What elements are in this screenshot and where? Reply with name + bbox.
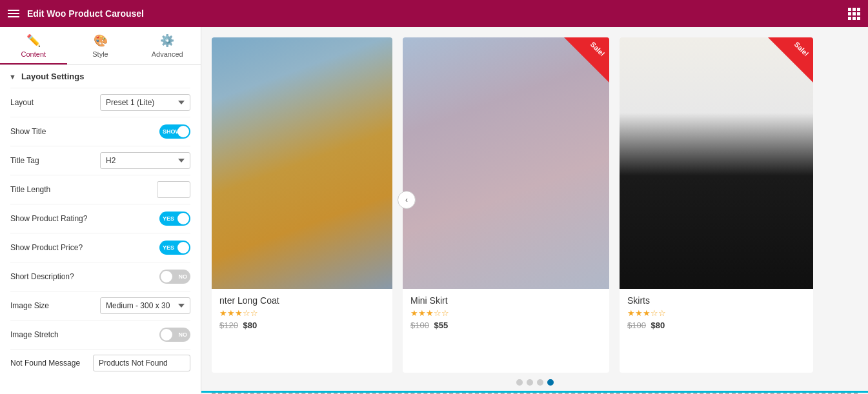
product-new-price-3: $80 bbox=[651, 320, 665, 330]
main-area: ✏️ Content 🎨 Style ⚙️ Advanced ▼ Layout … bbox=[0, 27, 868, 394]
not-found-row: Not Found Message bbox=[0, 350, 201, 377]
product-price-2: $100 $55 bbox=[410, 320, 601, 330]
dot-1[interactable] bbox=[516, 379, 523, 386]
show-rating-label: Show Product Rating? bbox=[10, 214, 154, 223]
title-length-row: Title Length bbox=[0, 175, 201, 204]
image-size-row: Image Size Medium - 300 x 30 bbox=[0, 291, 201, 320]
gear-icon: ⚙️ bbox=[160, 34, 174, 48]
show-price-label: Show Product Price? bbox=[10, 243, 154, 252]
show-price-toggle[interactable]: YES bbox=[159, 241, 190, 255]
image-size-label: Image Size bbox=[10, 301, 95, 310]
show-title-toggle-label: SHOW bbox=[163, 128, 181, 135]
dot-2[interactable] bbox=[527, 379, 533, 386]
show-title-toggle[interactable]: SHOW bbox=[159, 124, 190, 139]
short-desc-toggle-label: NO bbox=[179, 273, 188, 280]
product-new-price-2: $55 bbox=[434, 320, 449, 330]
show-title-label: Show Title bbox=[10, 127, 154, 136]
show-title-toggle-wrap: SHOW bbox=[159, 124, 190, 139]
product-image-wrapper-2: Sale! bbox=[403, 37, 609, 289]
palette-icon: 🎨 bbox=[94, 34, 108, 48]
image-stretch-toggle-wrap: NO bbox=[159, 328, 190, 342]
image-stretch-toggle[interactable]: NO bbox=[159, 328, 190, 342]
tab-content-label: Content bbox=[21, 50, 46, 58]
product-card-1: nter Long Coat ★★★☆☆ $120 $80 bbox=[212, 37, 392, 373]
title-length-label: Title Length bbox=[10, 185, 152, 194]
not-found-label: Not Found Message bbox=[10, 359, 88, 368]
product-name-1: nter Long Coat bbox=[219, 295, 385, 306]
title-tag-select[interactable]: H2 bbox=[100, 152, 190, 169]
product-stars-2: ★★★☆☆ bbox=[410, 308, 601, 318]
product-image-3 bbox=[620, 37, 813, 289]
hamburger-icon[interactable] bbox=[8, 10, 19, 17]
not-found-input[interactable] bbox=[93, 355, 190, 371]
layout-settings-section[interactable]: ▼ Layout Settings bbox=[0, 65, 201, 88]
product-old-price-1: $120 bbox=[219, 320, 238, 330]
page-title: Edit Woo Product Carousel bbox=[27, 8, 840, 19]
preview-area: ‹ nter Long Coat ★★★☆☆ $120 $80 bbox=[201, 27, 868, 394]
product-stars-3: ★★★☆☆ bbox=[627, 308, 805, 318]
product-image-2 bbox=[403, 37, 609, 289]
short-desc-toggle-wrap: NO bbox=[159, 270, 190, 284]
sidebar-content: ▼ Layout Settings Layout Preset 1 (Lite)… bbox=[0, 65, 201, 394]
product-price-1: $120 $80 bbox=[219, 320, 385, 330]
product-card-3: Sale! Skirts ★★★☆☆ $100 $80 bbox=[620, 37, 813, 373]
pencil-icon: ✏️ bbox=[26, 34, 41, 48]
image-size-select[interactable]: Medium - 300 x 30 bbox=[100, 297, 190, 314]
product-name-3: Skirts bbox=[627, 295, 805, 306]
short-desc-toggle[interactable]: NO bbox=[159, 270, 190, 284]
product-image-wrapper-3: Sale! bbox=[620, 37, 813, 289]
chevron-left-icon: ‹ bbox=[405, 195, 408, 204]
product-old-price-2: $100 bbox=[410, 320, 429, 330]
tab-style[interactable]: 🎨 Style bbox=[67, 27, 134, 64]
show-price-toggle-label: YES bbox=[163, 244, 174, 251]
layout-select[interactable]: Preset 1 (Lite) bbox=[100, 94, 190, 111]
product-info-3: Skirts ★★★☆☆ $100 $80 bbox=[620, 289, 813, 338]
product-card-2: Sale! Mini Skirt ★★★☆☆ $100 $55 bbox=[403, 37, 609, 373]
show-title-row: Show Title SHOW bbox=[0, 117, 201, 146]
product-stars-1: ★★★☆☆ bbox=[219, 308, 385, 318]
dot-3[interactable] bbox=[537, 379, 543, 386]
product-old-price-3: $100 bbox=[627, 320, 646, 330]
dot-4[interactable] bbox=[547, 379, 554, 386]
title-length-input[interactable] bbox=[157, 181, 190, 198]
sidebar: ✏️ Content 🎨 Style ⚙️ Advanced ▼ Layout … bbox=[0, 27, 201, 394]
product-price-3: $100 $80 bbox=[627, 320, 805, 330]
product-new-price-1: $80 bbox=[243, 320, 257, 330]
tabs: ✏️ Content 🎨 Style ⚙️ Advanced bbox=[0, 27, 201, 65]
short-desc-row: Short Description? NO bbox=[0, 262, 201, 291]
show-rating-toggle[interactable]: YES bbox=[159, 212, 190, 226]
show-price-row: Show Product Price? YES bbox=[0, 233, 201, 262]
show-rating-row: Show Product Rating? YES bbox=[0, 204, 201, 233]
grid-icon[interactable] bbox=[848, 8, 860, 20]
section-title: Layout Settings bbox=[21, 72, 85, 81]
product-info-1: nter Long Coat ★★★☆☆ $120 $80 bbox=[212, 289, 392, 338]
short-desc-label: Short Description? bbox=[10, 272, 154, 281]
image-stretch-label: Image Stretch bbox=[10, 330, 154, 339]
tab-style-label: Style bbox=[92, 50, 108, 58]
image-stretch-toggle-label: NO bbox=[179, 331, 188, 338]
product-name-2: Mini Skirt bbox=[410, 295, 601, 306]
carousel-prev-button[interactable]: ‹ bbox=[398, 191, 416, 209]
show-rating-toggle-wrap: YES bbox=[159, 212, 190, 226]
layout-row: Layout Preset 1 (Lite) bbox=[0, 88, 201, 117]
image-stretch-row: Image Stretch NO bbox=[0, 320, 201, 349]
carousel-dots bbox=[201, 373, 868, 391]
carousel-area: ‹ nter Long Coat ★★★☆☆ $120 $80 bbox=[201, 27, 868, 373]
section-arrow-icon: ▼ bbox=[9, 73, 16, 81]
layout-label: Layout bbox=[10, 98, 95, 107]
title-tag-row: Title Tag H2 bbox=[0, 146, 201, 175]
top-bar: Edit Woo Product Carousel bbox=[0, 0, 868, 27]
product-info-2: Mini Skirt ★★★☆☆ $100 $55 bbox=[403, 289, 609, 338]
show-rating-toggle-label: YES bbox=[163, 215, 174, 222]
tab-advanced[interactable]: ⚙️ Advanced bbox=[134, 27, 201, 64]
tab-content[interactable]: ✏️ Content bbox=[0, 27, 67, 64]
show-price-toggle-wrap: YES bbox=[159, 241, 190, 255]
tab-advanced-label: Advanced bbox=[152, 50, 183, 58]
product-image-1 bbox=[212, 37, 392, 289]
title-tag-label: Title Tag bbox=[10, 156, 95, 165]
